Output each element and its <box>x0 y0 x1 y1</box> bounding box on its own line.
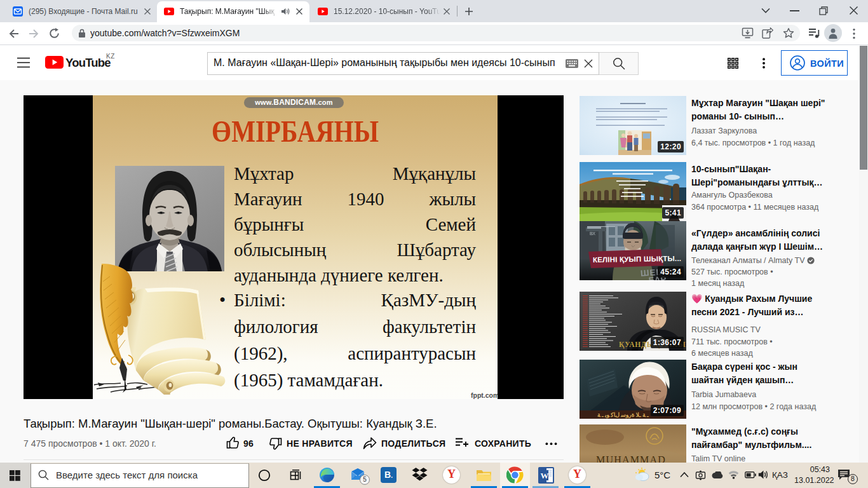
svg-text:ВХ: ВХ <box>590 231 595 236</box>
svg-text:W: W <box>541 471 549 480</box>
svg-text:ـ ﺔ ـلا ﺓﺭﻮﺳ ﻝﺎﻛ ﻮﺑ ـ ﺔ: ـ ﺔ ـلا ﺓﺭﻮﺳ ﻝﺎﻛ ﻮﺑ ـ ﺔ <box>597 412 649 419</box>
svg-text:КЕЛІНІ ҚУЫП ШЫҚТЫ...: КЕЛІНІ ҚУЫП ШЫҚТЫ... <box>593 255 681 264</box>
